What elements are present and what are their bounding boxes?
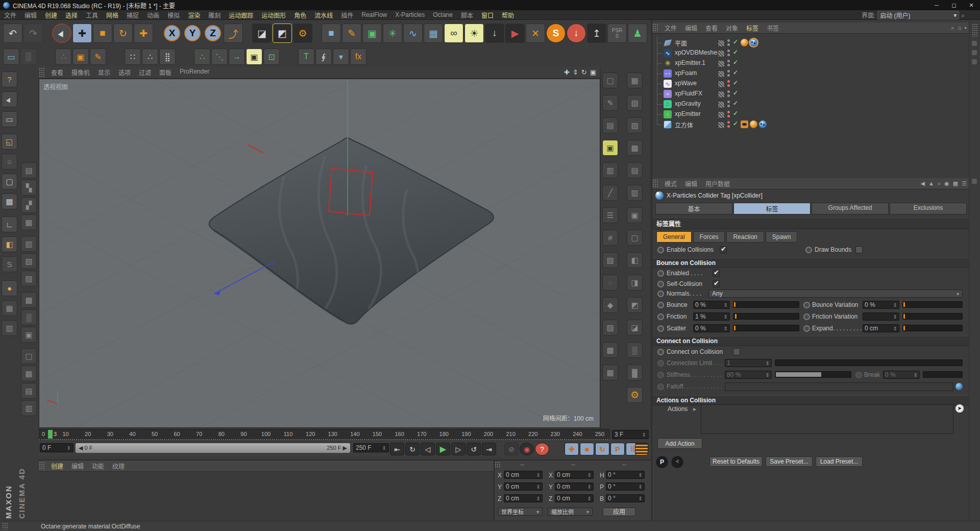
expand-field[interactable]: 0 cm⇕: [863, 324, 899, 332]
object-name[interactable]: xpEmitter.1: [675, 59, 705, 66]
array-icon-3[interactable]: ▞: [21, 197, 37, 213]
last-tool-icon[interactable]: ✚: [134, 23, 153, 43]
lock-y-axis-icon[interactable]: Y: [184, 25, 201, 41]
download-icon[interactable]: ↓: [485, 23, 504, 43]
anim-dot[interactable]: [657, 247, 664, 253]
friction-variation-slider[interactable]: [902, 313, 963, 320]
prev-frame-icon[interactable]: ◁: [421, 443, 435, 455]
object-name[interactable]: xpFoam: [675, 69, 697, 77]
friction-variation-field[interactable]: ⇕: [863, 312, 899, 321]
scale-mode-dropdown[interactable]: 缩放比例▾: [548, 508, 593, 516]
cursor-tool-icon[interactable]: ▲: [2, 91, 17, 107]
object-name[interactable]: 平面: [675, 39, 687, 47]
xp-cubes-icon[interactable]: ▣: [72, 49, 89, 65]
goto-start-icon[interactable]: ⇤: [390, 443, 404, 455]
sculpt-s-icon[interactable]: S: [2, 256, 17, 272]
coord-field-0-0[interactable]: 0 cm⇕: [504, 471, 543, 479]
menu-item-功能[interactable]: 功能: [88, 462, 108, 470]
up-icon[interactable]: ▲: [928, 180, 934, 187]
menu-item-编辑[interactable]: 编辑: [67, 462, 88, 470]
object-name[interactable]: xpWave: [675, 80, 697, 87]
coord-field-1-2[interactable]: 0 °⇕: [606, 482, 645, 491]
draw-bounds-checkbox[interactable]: [855, 246, 863, 253]
visibility-dots[interactable]: [727, 80, 730, 87]
xp-select-icon[interactable]: ▭: [3, 49, 19, 65]
anim-dot[interactable]: [657, 270, 664, 277]
lock-icon[interactable]: ▪: [965, 25, 967, 31]
menu-item-创建[interactable]: 创建: [41, 11, 61, 19]
apply-button[interactable]: 应用: [603, 508, 635, 516]
menu-item-帮助[interactable]: 帮助: [498, 11, 518, 19]
palette-active-icon[interactable]: ▣: [602, 140, 618, 156]
connection-limit-slider[interactable]: [775, 359, 963, 366]
palette2-icon-7[interactable]: ▣: [627, 207, 643, 223]
menu-item-动画[interactable]: 动画: [143, 11, 163, 19]
menu-item-文件[interactable]: 文件: [660, 23, 681, 32]
subtab-Spawn[interactable]: Spawn: [766, 231, 798, 243]
anim-dot[interactable]: [657, 291, 664, 297]
coord-field-2-0[interactable]: 0 cm⇕: [504, 494, 543, 502]
coord-system-icon[interactable]: ⤴: [224, 23, 243, 43]
export-icon[interactable]: ↥: [587, 23, 606, 43]
normals-dropdown[interactable]: Any▾: [708, 289, 963, 298]
palette2-icon-10[interactable]: ◨: [627, 275, 643, 291]
viewport[interactable]: 透视视图 X Y 网格间距：100 cm: [39, 79, 600, 428]
xp-dots-icon[interactable]: ∷: [125, 49, 141, 65]
workplane-icon[interactable]: ∟: [2, 216, 17, 232]
collider-tag-icon[interactable]: [759, 120, 767, 128]
start-frame-field[interactable]: 0 F⇕: [40, 443, 74, 452]
search-icon[interactable]: ⌕: [961, 12, 965, 19]
subtab-General[interactable]: General: [656, 231, 692, 243]
palette2-icon-4[interactable]: ▩: [627, 140, 643, 156]
array-icon-10[interactable]: ▣: [21, 327, 37, 343]
enable-toggle-icon[interactable]: [718, 60, 725, 67]
add-cube-icon[interactable]: ■: [322, 23, 341, 43]
dock-icon-2[interactable]: [972, 50, 977, 55]
menu-item-纹理[interactable]: 纹理: [108, 462, 129, 470]
menu-item-角色[interactable]: 角色: [290, 11, 310, 19]
menu-item-渲染[interactable]: 渲染: [184, 11, 204, 19]
array-icon-9[interactable]: ▒: [21, 309, 37, 325]
palette-ring-icon[interactable]: ◌: [602, 275, 618, 291]
grip-handle[interactable]: [2, 522, 8, 529]
lock-workplane-icon[interactable]: ▦: [2, 300, 17, 316]
visibility-dots[interactable]: [727, 90, 730, 97]
move-tool-icon[interactable]: ✚: [72, 23, 92, 43]
anim-dot[interactable]: [805, 247, 812, 253]
menu-item-工具[interactable]: 工具: [82, 11, 102, 19]
xp-drop-icon[interactable]: ▾: [333, 49, 349, 65]
palette2-icon-2[interactable]: ▧: [627, 95, 643, 111]
tab-基本[interactable]: 基本: [655, 203, 732, 214]
palette-cube-icon[interactable]: ▢: [602, 73, 618, 88]
back-icon[interactable]: ◀: [921, 180, 925, 187]
object-name[interactable]: xpGravity: [675, 100, 701, 107]
bounce-variation-field[interactable]: 0 %⇕: [863, 301, 899, 309]
list-icon[interactable]: ☰: [962, 180, 967, 187]
psr-icon[interactable]: PSR 0: [607, 23, 627, 43]
close-button[interactable]: ✕: [963, 0, 980, 10]
anim-dot[interactable]: [803, 325, 810, 332]
enable-toggle-icon[interactable]: [718, 122, 725, 129]
coord-system-dropdown[interactable]: 世界坐标▾: [498, 508, 543, 516]
toggle-panels-icon[interactable]: ▣: [590, 68, 596, 76]
array-icon-8[interactable]: ▩: [21, 292, 37, 308]
live-selection-icon[interactable]: ▲: [52, 23, 71, 43]
floor-icon[interactable]: ▦: [424, 23, 443, 43]
palette-hatch-icon[interactable]: ▨: [602, 320, 618, 335]
cluster-icon[interactable]: ✳: [383, 23, 402, 43]
play-icon[interactable]: ▶: [436, 443, 450, 455]
texture-mode-icon[interactable]: ▩: [2, 194, 17, 209]
loop-ccw-icon[interactable]: ↻: [405, 443, 420, 455]
object-row-xpGravity[interactable]: ∴xpGravity✓: [652, 99, 970, 109]
bounce-variation-slider[interactable]: [902, 301, 963, 308]
pick-cursor-icon[interactable]: ➤: [955, 404, 964, 413]
enabled-check-icon[interactable]: ✓: [733, 59, 738, 66]
enable-toggle-icon[interactable]: [718, 101, 725, 108]
break-field[interactable]: 0 %⇕: [883, 371, 920, 379]
object-row-xpEmitter.1[interactable]: ✳xpEmitter.1✓: [652, 58, 970, 68]
menu-item-捕捉[interactable]: 捕捉: [122, 11, 143, 19]
menu-item-模拟[interactable]: 模拟: [163, 11, 184, 19]
menu-item-脚本[interactable]: 脚本: [457, 11, 477, 19]
key-position-icon[interactable]: ✚: [565, 443, 579, 455]
scatter-slider[interactable]: [733, 325, 799, 331]
